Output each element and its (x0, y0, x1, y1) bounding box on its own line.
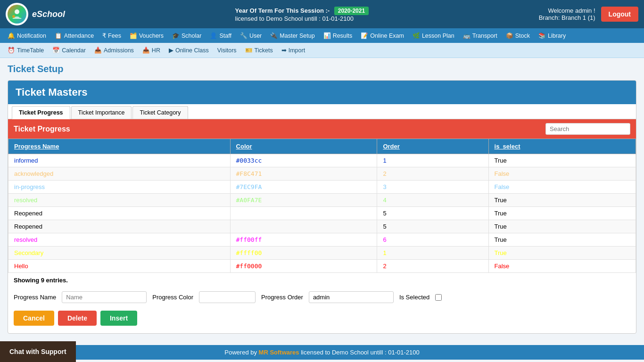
cell-is-select: False (488, 181, 636, 194)
nav-online-class[interactable]: ▶ Online Class (165, 45, 213, 56)
table-row[interactable]: acknowledged #F8C471 2 False (8, 167, 636, 181)
col-order: Order (377, 139, 488, 154)
progress-name-input[interactable] (62, 291, 147, 303)
section-title: Ticket Progress (14, 125, 70, 133)
table-row[interactable]: Hello #ff0000 2 False (8, 260, 636, 273)
is-selected-checkbox[interactable] (435, 294, 442, 301)
cell-color (230, 220, 377, 233)
col-color: Color (230, 139, 377, 154)
form-row: Progress Name Progress Color Progress Or… (8, 288, 636, 307)
brand-text: MR Softwares (259, 349, 299, 356)
logo-icon (6, 3, 28, 25)
button-row: Cancel Delete Insert (8, 307, 636, 333)
powered-by-text: Powered by (224, 349, 257, 356)
progress-order-label: Progress Order (261, 294, 303, 301)
cell-progress-name: Secondary (8, 247, 231, 260)
branch-text: Branch: Branch 1 (1) (539, 14, 595, 21)
progress-order-input[interactable] (309, 291, 394, 303)
cell-is-select: True (488, 207, 636, 220)
cell-color: #F8C471 (230, 167, 377, 181)
progress-color-input[interactable] (199, 291, 256, 303)
nav-visitors[interactable]: Visitors (214, 45, 240, 56)
cell-order: 5 (377, 207, 488, 220)
cell-order: 6 (377, 233, 488, 247)
table-row[interactable]: Reopened 5 True (8, 207, 636, 220)
tab-ticket-progress[interactable]: Ticket Progress (12, 106, 70, 119)
nav-staff[interactable]: 👤 Staff (206, 30, 235, 41)
delete-button[interactable]: Delete (58, 311, 97, 326)
cell-order: 1 (377, 154, 488, 167)
tab-ticket-category[interactable]: Ticket Category (132, 106, 188, 119)
logo-text: eSchool (32, 9, 65, 19)
table-row[interactable]: informed #0033cc 1 True (8, 154, 636, 167)
cell-color: #ff00ff (230, 233, 377, 247)
search-input[interactable] (545, 123, 630, 135)
cell-is-select: True (488, 247, 636, 260)
nav-transport[interactable]: 🚌 Transport (459, 30, 501, 41)
cell-color (230, 207, 377, 220)
footer-license: licensed to Demo School untill : 01-01-2… (301, 349, 419, 356)
session-label: Year Of Term For This Session :- (235, 7, 330, 14)
cancel-button[interactable]: Cancel (14, 311, 54, 326)
nav-results[interactable]: 📊 Results (320, 30, 356, 41)
nav-scholar[interactable]: 🎓 Scholar (168, 30, 205, 41)
footer-bar: Powered by MR Softwares licensed to Demo… (0, 345, 644, 360)
cell-is-select: True (488, 233, 636, 247)
cell-order: 5 (377, 220, 488, 233)
tab-ticket-importance[interactable]: Ticket Importance (71, 106, 132, 119)
cell-progress-name: informed (8, 154, 231, 167)
nav-import[interactable]: ➡ Import (278, 45, 309, 56)
section-header: Ticket Progress (8, 119, 636, 139)
cell-is-select: False (488, 260, 636, 273)
header-right: Welcome admin ! Branch: Branch 1 (1) Log… (539, 7, 638, 22)
nav-timetable[interactable]: ⏰ TimeTable (4, 45, 48, 56)
cell-progress-name: Reopened (8, 220, 231, 233)
cell-color: #0033cc (230, 154, 377, 167)
svg-point-1 (12, 15, 15, 18)
cell-progress-name: Hello (8, 260, 231, 273)
cell-color: #ffff00 (230, 247, 377, 260)
primary-nav: 🔔 Notification 📋 Attendance ₹ Fees 🗂️ Vo… (0, 28, 644, 43)
nav-tickets[interactable]: 🎫 Tickets (241, 45, 277, 56)
table-body: informed #0033cc 1 True acknowledged #F8… (8, 154, 636, 273)
table-header-row: Progress Name Color Order is_select (8, 139, 636, 154)
cell-order: 1 (377, 247, 488, 260)
logout-button[interactable]: Logout (601, 7, 638, 22)
showing-entries: Showing 9 entries. (8, 273, 636, 288)
welcome-text: Welcome admin ! (539, 7, 595, 14)
license-text: licensed to Demo School untill : 01-01-2… (235, 15, 369, 22)
cell-color: #7EC9FA (230, 181, 377, 194)
nav-fees[interactable]: ₹ Fees (99, 30, 125, 41)
year-badge: 2020-2021 (334, 7, 369, 15)
secondary-nav: ⏰ TimeTable 📅 Calendar 📥 Admissions 📥 HR… (0, 43, 644, 58)
logo-area: eSchool (6, 3, 65, 25)
cell-order: 2 (377, 167, 488, 181)
col-progress-name: Progress Name (8, 139, 231, 154)
cell-progress-name: acknowledged (8, 167, 231, 181)
cell-progress-name: Reopened (8, 207, 231, 220)
table-row[interactable]: Reopened 5 True (8, 220, 636, 233)
nav-admissions[interactable]: 📥 Admissions (91, 45, 138, 56)
nav-online-exam[interactable]: 📝 Online Exam (357, 30, 408, 41)
cell-is-select: True (488, 154, 636, 167)
table-row[interactable]: in-progress #7EC9FA 3 False (8, 181, 636, 194)
nav-lesson-plan[interactable]: 🌿 Lesson Plan (409, 30, 458, 41)
table-row[interactable]: resolved #ff00ff 6 True (8, 233, 636, 247)
table-row[interactable]: resolved #A0FA7E 4 True (8, 194, 636, 207)
nav-attendance[interactable]: 📋 Attendance (51, 30, 98, 41)
nav-stock[interactable]: 📦 Stock (502, 30, 534, 41)
chat-with-support-button[interactable]: Chat with Support (0, 341, 76, 360)
header: eSchool Year Of Term For This Session :-… (0, 0, 644, 28)
nav-hr[interactable]: 📥 HR (139, 45, 164, 56)
nav-master-setup[interactable]: 🔌 Master Setup (266, 30, 318, 41)
nav-calendar[interactable]: 📅 Calendar (49, 45, 90, 56)
nav-vouchers[interactable]: 🗂️ Vouchers (126, 30, 167, 41)
ticket-progress-table: Progress Name Color Order is_select info… (8, 139, 636, 273)
nav-notification[interactable]: 🔔 Notification (4, 30, 50, 41)
insert-button[interactable]: Insert (100, 311, 137, 326)
table-row[interactable]: Secondary #ffff00 1 True (8, 247, 636, 260)
nav-user[interactable]: 🔧 User (236, 30, 265, 41)
progress-name-label: Progress Name (14, 294, 56, 301)
cell-is-select: False (488, 167, 636, 181)
nav-library[interactable]: 📚 Library (535, 30, 570, 41)
